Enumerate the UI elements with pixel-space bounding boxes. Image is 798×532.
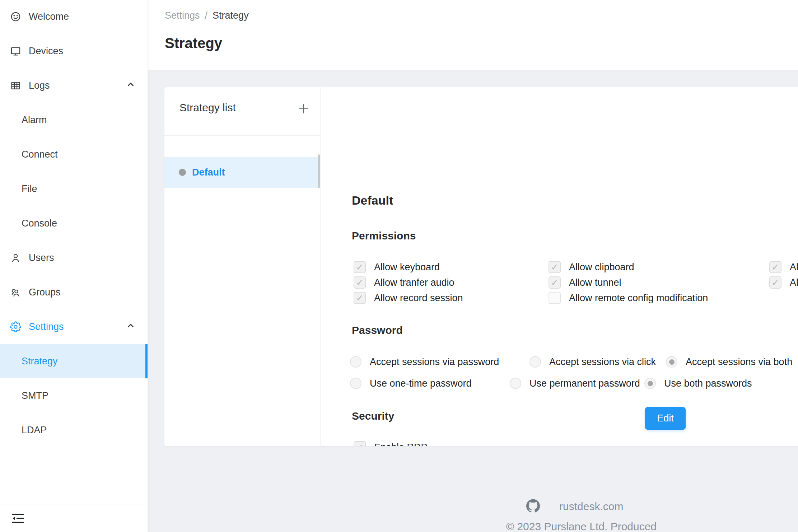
radio-accept-via-click: Accept sessions via click <box>529 355 656 368</box>
checkbox[interactable] <box>769 261 781 273</box>
breadcrumb: Settings / Strategy <box>165 10 249 21</box>
checkbox[interactable] <box>549 292 561 304</box>
radio-one-time-password: Use one-time password <box>350 377 472 390</box>
checkbox-allow-remote-config: Allow remote config modification <box>549 291 708 304</box>
breadcrumb-strategy: Strategy <box>213 10 249 21</box>
user-icon <box>10 252 21 263</box>
sidebar-item-settings[interactable]: Settings <box>0 309 148 344</box>
strategy-detail-title: Default <box>352 193 393 207</box>
checkbox[interactable] <box>769 276 781 289</box>
sidebar-item-label: SMTP <box>22 390 48 401</box>
rustdesk-link[interactable]: rustdesk.com <box>559 500 623 513</box>
sidebar-menu: Welcome Devices Logs Alarm Connect File <box>0 0 148 447</box>
sidebar-item-smtp[interactable]: SMTP <box>0 378 148 413</box>
checkbox-label: Allow tunnel <box>569 277 621 288</box>
checkbox[interactable] <box>549 261 561 273</box>
menu-fold-icon <box>10 511 25 527</box>
radio-button[interactable] <box>510 378 521 389</box>
sidebar-item-label: LDAP <box>22 425 47 436</box>
radio-button[interactable] <box>350 378 361 389</box>
checkbox[interactable] <box>354 276 366 289</box>
checkbox[interactable] <box>354 261 366 273</box>
chevron-up-icon <box>126 321 135 333</box>
sidebar-item-users[interactable]: Users <box>0 241 148 275</box>
radio-button[interactable] <box>350 356 361 368</box>
sidebar-item-strategy[interactable]: Strategy <box>0 344 148 378</box>
sidebar-item-label: Logs <box>29 80 50 91</box>
breadcrumb-separator: / <box>205 10 208 21</box>
checkbox[interactable] <box>354 441 366 446</box>
checkbox-label: Allow remote config modification <box>569 293 708 304</box>
radio-label: Accept sessions via both <box>686 356 792 368</box>
gear-icon <box>10 321 21 332</box>
list-header-divider <box>164 135 320 136</box>
sidebar-item-label: Welcome <box>29 11 69 22</box>
checkbox-label: Allow record session <box>374 293 463 304</box>
sidebar-item-connect[interactable]: Connect <box>0 137 148 172</box>
checkbox-allow-transfer-audio: Allow tranfer audio <box>354 276 454 289</box>
radio-permanent-password: Use permanent password <box>510 377 640 390</box>
strategy-list-title: Strategy list <box>179 102 236 114</box>
radio-label: Accept sessions via password <box>370 356 499 368</box>
plus-icon <box>297 102 311 117</box>
sidebar-item-groups[interactable]: Groups <box>0 275 148 309</box>
sidebar-item-console[interactable]: Console <box>0 206 148 241</box>
sidebar-item-file[interactable]: File <box>0 172 148 206</box>
password-heading: Password <box>352 324 403 336</box>
sidebar-item-label: Settings <box>29 321 64 332</box>
sidebar: Welcome Devices Logs Alarm Connect File <box>0 0 148 532</box>
radio-both-passwords: Use both passwords <box>644 377 752 390</box>
copyright-text: © 2023 Purslane Ltd. Produced <box>506 521 657 532</box>
add-strategy-button[interactable] <box>297 102 311 117</box>
radio-accept-via-password: Accept sessions via password <box>350 355 499 368</box>
strategy-list-item-default[interactable]: Default <box>164 157 319 188</box>
status-dot <box>179 169 186 176</box>
radio-label: Accept sessions via click <box>549 356 656 368</box>
radio-button[interactable] <box>529 356 541 368</box>
sidebar-item-label: Users <box>29 252 54 263</box>
permissions-heading: Permissions <box>352 230 416 242</box>
sidebar-collapse-button[interactable] <box>9 510 27 528</box>
checkbox-enable-rdp: Enable RDP <box>354 441 428 446</box>
radio-label: Use permanent password <box>529 378 640 389</box>
checkbox-allow-clipboard: Allow clipboard <box>549 261 634 274</box>
github-icon[interactable] <box>526 499 540 513</box>
smiley-icon <box>10 11 21 22</box>
sidebar-item-ldap[interactable]: LDAP <box>0 413 148 447</box>
chevron-up-icon <box>126 80 135 92</box>
radio-label: Use both passwords <box>664 378 752 389</box>
checkbox-allow-tunnel: Allow tunnel <box>549 276 621 289</box>
checkbox-label: Allow clipboard <box>569 262 634 273</box>
checkbox-clipped-2: All <box>769 276 798 289</box>
sidebar-item-label: Devices <box>29 46 63 57</box>
page-header: Settings / Strategy Strategy <box>148 0 798 70</box>
checkbox-label: All <box>790 262 798 273</box>
checkbox-label: Allow tranfer audio <box>374 277 454 288</box>
monitor-icon <box>10 46 21 57</box>
list-scrollbar-thumb[interactable] <box>318 154 320 188</box>
sidebar-item-label: Connect <box>22 149 58 160</box>
checkbox-allow-keyboard: Allow keyboard <box>354 261 440 274</box>
sidebar-item-welcome[interactable]: Welcome <box>0 0 148 34</box>
radio-label: Use one-time password <box>370 378 472 389</box>
radio-button[interactable] <box>644 378 656 389</box>
radio-accept-via-both: Accept sessions via both <box>666 355 792 368</box>
sidebar-footer-divider <box>0 504 148 504</box>
checkbox[interactable] <box>354 292 366 304</box>
edit-button[interactable]: Edit <box>645 407 686 430</box>
checkbox[interactable] <box>549 276 561 289</box>
sidebar-item-alarm[interactable]: Alarm <box>0 103 148 137</box>
sidebar-item-label: Console <box>22 218 57 229</box>
page-title: Strategy <box>165 35 222 51</box>
sidebar-item-logs[interactable]: Logs <box>0 68 148 103</box>
radio-button[interactable] <box>666 356 677 368</box>
sidebar-item-label: Strategy <box>22 356 58 367</box>
checkbox-label: All <box>790 277 798 288</box>
strategy-item-label: Default <box>192 167 225 178</box>
security-heading: Security <box>352 410 394 422</box>
sidebar-item-label: Alarm <box>22 115 47 126</box>
checkbox-clipped-1: All <box>769 261 798 274</box>
checkbox-label: Enable RDP <box>374 442 428 447</box>
breadcrumb-settings[interactable]: Settings <box>165 10 200 21</box>
sidebar-item-devices[interactable]: Devices <box>0 34 148 68</box>
